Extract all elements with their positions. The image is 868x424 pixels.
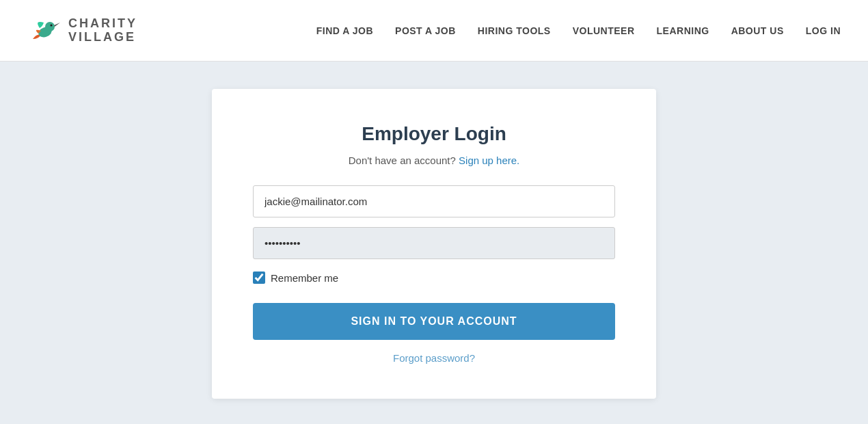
login-subtitle: Don't have an account? Sign up here.: [253, 155, 615, 166]
nav-find-a-job[interactable]: FIND A JOB: [316, 25, 373, 36]
login-card: Employer Login Don't have an account? Si…: [212, 89, 656, 399]
nav-log-in[interactable]: LOG IN: [806, 25, 841, 36]
nav-learning[interactable]: LEARNING: [657, 25, 709, 36]
logo[interactable]: CHARITY VILLAGE: [27, 13, 137, 49]
logo-bird-icon: [27, 13, 63, 49]
email-group: [253, 185, 615, 217]
site-header: CHARITY VILLAGE FIND A JOB POST A JOB HI…: [0, 0, 868, 62]
password-group: [253, 227, 615, 259]
remember-me-checkbox[interactable]: [253, 271, 265, 284]
forgot-password-container: Forgot password?: [253, 352, 615, 365]
logo-village: VILLAGE: [68, 31, 137, 44]
nav-volunteer[interactable]: VOLUNTEER: [573, 25, 635, 36]
forgot-password-link[interactable]: Forgot password?: [393, 352, 475, 364]
email-input[interactable]: [253, 185, 615, 217]
remember-me-label[interactable]: Remember me: [271, 272, 338, 284]
main-nav: FIND A JOB POST A JOB HIRING TOOLS VOLUN…: [316, 25, 841, 36]
remember-me-row: Remember me: [253, 271, 615, 284]
sign-in-button[interactable]: SIGN IN TO YOUR ACCOUNT: [253, 303, 615, 340]
login-title: Employer Login: [253, 123, 615, 145]
nav-about-us[interactable]: ABOUT US: [731, 25, 784, 36]
main-content: Employer Login Don't have an account? Si…: [0, 62, 868, 424]
subtitle-text: Don't have an account?: [349, 155, 456, 166]
logo-text: CHARITY VILLAGE: [68, 17, 137, 44]
signup-link[interactable]: Sign up here.: [459, 155, 519, 166]
svg-point-1: [45, 22, 55, 31]
nav-hiring-tools[interactable]: HIRING TOOLS: [478, 25, 551, 36]
nav-post-a-job[interactable]: POST A JOB: [395, 25, 456, 36]
logo-charity: CHARITY: [68, 17, 137, 31]
svg-point-2: [51, 24, 53, 26]
password-input[interactable]: [253, 227, 615, 259]
